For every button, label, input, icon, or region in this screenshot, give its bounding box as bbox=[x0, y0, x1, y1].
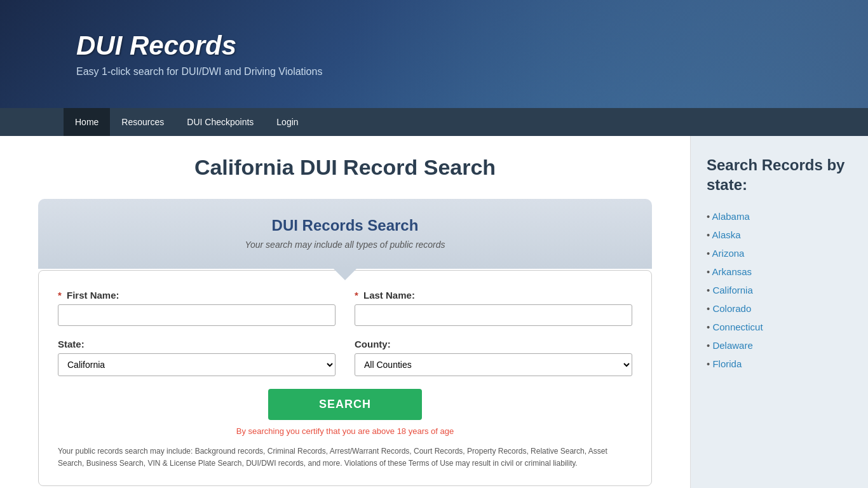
main-content: California DUI Record Search DUI Records… bbox=[0, 136, 690, 488]
search-box-title: DUI Records Search bbox=[51, 217, 639, 234]
nav-dui-checkpoints[interactable]: DUI Checkpoints bbox=[175, 108, 265, 136]
state-group: State: AlabamaAlaskaArizonaArkansasCalif… bbox=[58, 339, 336, 376]
sidebar-state-link[interactable]: Arkansas bbox=[712, 266, 752, 277]
sidebar-heading: Search Records by state: bbox=[707, 155, 852, 194]
county-label: County: bbox=[355, 339, 632, 349]
sidebar-state-item: Delaware bbox=[707, 336, 852, 355]
header-text-block: DUI Records Easy 1-click search for DUI/… bbox=[76, 30, 322, 78]
search-header-box: DUI Records Search Your search may inclu… bbox=[38, 199, 652, 269]
sidebar-state-link[interactable]: Connecticut bbox=[712, 322, 763, 332]
site-subtitle: Easy 1-click search for DUI/DWI and Driv… bbox=[76, 66, 322, 78]
first-name-input[interactable] bbox=[58, 304, 336, 326]
sidebar-state-item: Alabama bbox=[707, 207, 852, 226]
state-label: State: bbox=[58, 339, 336, 349]
main-nav: Home Resources DUI Checkpoints Login bbox=[0, 108, 868, 136]
sidebar-state-link[interactable]: Delaware bbox=[712, 340, 752, 351]
county-select[interactable]: All Counties bbox=[355, 353, 632, 376]
sidebar-state-item: California bbox=[707, 281, 852, 299]
first-name-label: * First Name: bbox=[58, 290, 336, 301]
site-header: DUI Records Easy 1-click search for DUI/… bbox=[0, 0, 868, 108]
required-star: * bbox=[58, 290, 62, 301]
sidebar-state-link[interactable]: Colorado bbox=[712, 303, 751, 314]
age-notice: By searching you certify that you are ab… bbox=[58, 426, 632, 436]
sidebar-state-link[interactable]: Arizona bbox=[712, 248, 745, 259]
sidebar-state-item: Florida bbox=[707, 355, 852, 373]
sidebar-state-link[interactable]: Florida bbox=[712, 358, 742, 369]
sidebar-state-item: Arizona bbox=[707, 244, 852, 262]
sidebar-state-item: Connecticut bbox=[707, 318, 852, 336]
last-name-group: * Last Name: bbox=[355, 290, 632, 326]
nav-resources[interactable]: Resources bbox=[110, 108, 175, 136]
state-select[interactable]: AlabamaAlaskaArizonaArkansasCaliforniaCo… bbox=[58, 353, 336, 376]
search-form-wrapper: * First Name: * Last Name: State: Alab bbox=[38, 270, 652, 486]
sidebar-state-link[interactable]: Alaska bbox=[712, 229, 741, 240]
header-background bbox=[347, 0, 868, 108]
location-row: State: AlabamaAlaskaArizonaArkansasCalif… bbox=[58, 339, 632, 376]
sidebar-state-item: Alaska bbox=[707, 226, 852, 244]
search-box-subtitle: Your search may include all types of pub… bbox=[51, 240, 639, 250]
first-name-group: * First Name: bbox=[58, 290, 336, 326]
search-button[interactable]: SEARCH bbox=[268, 389, 422, 420]
sidebar-state-link[interactable]: California bbox=[712, 285, 752, 295]
nav-login[interactable]: Login bbox=[265, 108, 309, 136]
disclaimer-text: Your public records search may include: … bbox=[58, 445, 632, 470]
name-row: * First Name: * Last Name: bbox=[58, 290, 632, 326]
state-list: AlabamaAlaskaArizonaArkansasCaliforniaCo… bbox=[707, 207, 852, 373]
sidebar: Search Records by state: AlabamaAlaskaAr… bbox=[690, 136, 868, 488]
sidebar-state-item: Colorado bbox=[707, 299, 852, 318]
sidebar-state-link[interactable]: Alabama bbox=[712, 211, 750, 222]
page-title: California DUI Record Search bbox=[38, 155, 652, 180]
nav-home[interactable]: Home bbox=[64, 108, 110, 136]
site-title: DUI Records bbox=[76, 30, 322, 61]
required-star-2: * bbox=[355, 290, 358, 301]
last-name-label: * Last Name: bbox=[355, 290, 632, 301]
content-wrapper: California DUI Record Search DUI Records… bbox=[0, 136, 868, 488]
sidebar-state-item: Arkansas bbox=[707, 262, 852, 281]
search-button-wrapper: SEARCH bbox=[58, 389, 632, 420]
county-group: County: All Counties bbox=[355, 339, 632, 376]
last-name-input[interactable] bbox=[355, 304, 632, 326]
